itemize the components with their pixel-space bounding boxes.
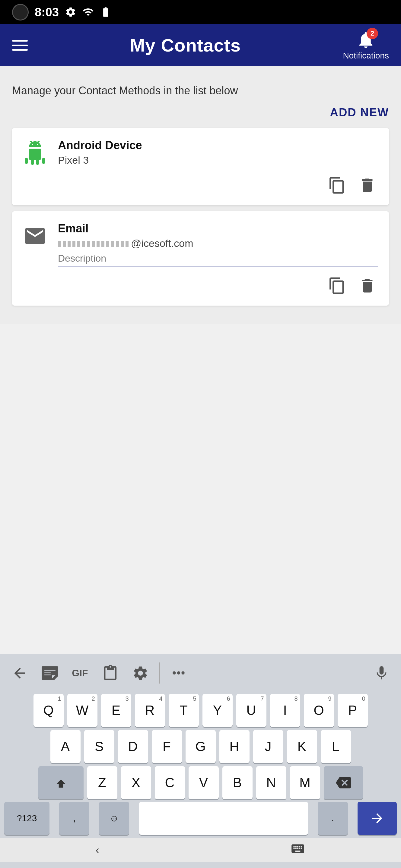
copy-icon-2 [328, 277, 346, 295]
copy-icon [328, 176, 346, 194]
key-o[interactable]: 9O [304, 694, 334, 727]
key-w[interactable]: 2W [67, 694, 97, 727]
nav-back-button[interactable]: ‹ [96, 844, 99, 857]
keyboard-rows: 1Q 2W 3E 4R 5T 6Y 7U 8I 9O 0P A S D F G … [0, 692, 401, 799]
add-new-label[interactable]: ADD NEW [330, 106, 389, 119]
keyboard: GIF ••• 1Q 2W 3E [0, 654, 401, 868]
key-symbols[interactable]: ?123 [4, 802, 50, 835]
android-card-subtitle: Pixel 3 [58, 154, 378, 166]
key-a[interactable]: A [50, 730, 81, 763]
email-card-actions [23, 275, 378, 297]
android-delete-button[interactable] [356, 175, 378, 196]
space-key[interactable] [139, 802, 308, 835]
key-h[interactable]: H [219, 730, 250, 763]
nav-keyboard-button[interactable] [290, 841, 305, 859]
backspace-icon [336, 775, 351, 790]
key-i[interactable]: 8I [270, 694, 300, 727]
key-y[interactable]: 6Y [202, 694, 233, 727]
keyboard-gif-button[interactable]: GIF [66, 659, 93, 687]
keyboard-bottom-row: ?123 , ☺ . [0, 799, 401, 838]
key-s[interactable]: S [84, 730, 114, 763]
key-k[interactable]: K [287, 730, 317, 763]
email-card: Email @icesoft.com [12, 211, 389, 306]
key-emoji[interactable]: ☺ [99, 802, 129, 835]
delete-icon-2 [358, 277, 376, 295]
key-c[interactable]: C [155, 766, 185, 799]
key-f[interactable]: F [152, 730, 182, 763]
keyboard-settings-button[interactable] [127, 659, 154, 687]
key-l[interactable]: L [321, 730, 351, 763]
android-copy-button[interactable] [326, 175, 348, 196]
email-card-top: Email @icesoft.com [23, 222, 378, 267]
more-label: ••• [172, 667, 185, 679]
key-d[interactable]: D [118, 730, 148, 763]
signal-icon [82, 6, 94, 18]
key-period[interactable]: . [318, 802, 348, 835]
keyboard-toolbar: GIF ••• [0, 654, 401, 692]
status-bar-left: 8:03 [12, 4, 111, 21]
key-m[interactable]: M [290, 766, 320, 799]
key-v[interactable]: V [189, 766, 219, 799]
status-time: 8:03 [35, 5, 59, 19]
settings-icon [65, 6, 76, 18]
key-u[interactable]: 7U [236, 694, 266, 727]
android-card-title: Android Device [58, 139, 378, 152]
main-content: Manage your Contact Methods in the list … [0, 66, 401, 324]
email-icon [23, 224, 47, 248]
email-card-title: Email [58, 222, 378, 235]
email-copy-button[interactable] [326, 275, 348, 297]
notification-badge: 2 [367, 28, 378, 39]
key-b[interactable]: B [222, 766, 253, 799]
backspace-key[interactable] [324, 766, 363, 799]
email-delete-button[interactable] [356, 275, 378, 297]
description-input[interactable] [58, 251, 378, 267]
keyboard-more-button[interactable]: ••• [165, 659, 193, 687]
key-z[interactable]: Z [87, 766, 117, 799]
notifications-button[interactable]: 2 Notifications [343, 30, 389, 61]
key-g[interactable]: G [185, 730, 216, 763]
keyboard-row-1: 1Q 2W 3E 4R 5T 6Y 7U 8I 9O 0P [3, 694, 398, 727]
key-n[interactable]: N [256, 766, 286, 799]
delete-icon [358, 176, 376, 194]
clipboard-icon [102, 665, 119, 681]
shift-icon [54, 776, 67, 789]
keyboard-settings-icon [132, 665, 149, 681]
card-top: Android Device Pixel 3 [23, 139, 378, 166]
key-e[interactable]: 3E [101, 694, 131, 727]
android-device-card: Android Device Pixel 3 [12, 128, 389, 205]
android-card-actions [23, 175, 378, 196]
key-q[interactable]: 1Q [33, 694, 64, 727]
key-j[interactable]: J [253, 730, 283, 763]
app-bar: My Contacts 2 Notifications [0, 24, 401, 66]
app-title: My Contacts [130, 35, 241, 56]
notifications-label: Notifications [343, 51, 389, 61]
android-card-body: Android Device Pixel 3 [58, 139, 378, 166]
keyboard-sticker-button[interactable] [36, 659, 63, 687]
key-t[interactable]: 5T [169, 694, 199, 727]
enter-icon [370, 811, 385, 826]
toolbar-separator [159, 662, 160, 684]
shift-key[interactable] [38, 766, 84, 799]
android-icon [23, 141, 47, 165]
battery-icon [100, 6, 111, 18]
key-r[interactable]: 4R [135, 694, 165, 727]
keyboard-icon [290, 841, 305, 856]
add-new-button[interactable]: ADD NEW [12, 106, 389, 119]
notification-icon-wrap: 2 [356, 30, 376, 50]
keyboard-back-button[interactable] [6, 659, 33, 687]
gif-label: GIF [72, 668, 88, 679]
app-icon [12, 4, 29, 21]
email-card-address: @icesoft.com [58, 238, 378, 249]
keyboard-clipboard-button[interactable] [96, 659, 124, 687]
key-p[interactable]: 0P [338, 694, 368, 727]
key-comma[interactable]: , [59, 802, 89, 835]
bottom-nav: ‹ [0, 838, 401, 862]
email-domain: @icesoft.com [131, 238, 193, 249]
key-x[interactable]: X [121, 766, 151, 799]
description-text: Manage your Contact Methods in the list … [12, 79, 389, 106]
email-mask [58, 241, 130, 247]
email-card-body: Email @icesoft.com [58, 222, 378, 267]
enter-key[interactable] [357, 802, 397, 835]
keyboard-mic-button[interactable] [368, 659, 395, 687]
menu-button[interactable] [12, 40, 28, 51]
